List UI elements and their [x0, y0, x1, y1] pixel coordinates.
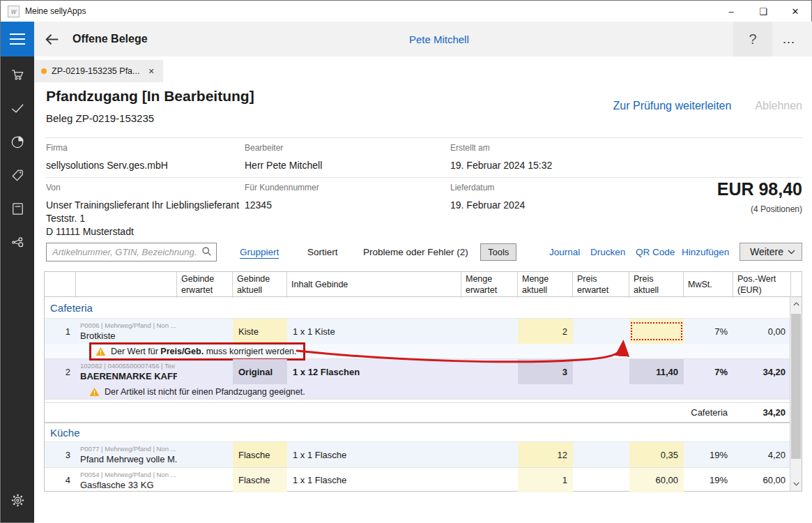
menge-aktuell-cell[interactable]: 12 — [518, 442, 573, 467]
scrollbar-thumb[interactable] — [791, 314, 801, 459]
search-input[interactable] — [46, 243, 217, 262]
document-tab[interactable]: ZP-0219-153235 Pfa... ✕ — [34, 60, 163, 82]
gebinde-aktuell-cell[interactable]: Kiste — [233, 319, 287, 344]
gear-icon[interactable] — [1, 483, 34, 517]
row-number: 4 — [45, 468, 76, 492]
cart-icon[interactable] — [1, 58, 34, 91]
app-window: w Meine sellyApps – ❑ ✕ — [0, 0, 812, 523]
title-bar: w Meine sellyApps – ❑ ✕ — [1, 1, 811, 22]
sidebar — [1, 56, 34, 522]
article-cell: 102082 | 04005500007456 | Tee |... BAERE… — [76, 359, 177, 384]
chevron-down-icon — [788, 250, 795, 255]
sorted-toggle[interactable]: Sortiert — [307, 242, 338, 262]
preis-aktuell-cell[interactable]: 60,00 — [629, 468, 684, 492]
app-logo-icon: w — [8, 6, 20, 17]
subtotal-value: 34,20 — [733, 403, 791, 422]
gebinde-aktuell-cell[interactable]: Flasche — [233, 468, 287, 492]
mwst-cell: 7% — [684, 359, 733, 384]
page-title: Offene Belege — [72, 33, 148, 45]
check-icon[interactable] — [1, 91, 34, 125]
main-area: Offene Belege Pete Mitchell ? … ZP-0219-… — [34, 22, 812, 523]
back-button[interactable] — [34, 31, 69, 48]
menge-aktuell-cell: 3 — [518, 359, 573, 384]
row-number: 1 — [45, 319, 76, 344]
warning-row: Der Artikel ist nicht für einen Pfandzug… — [45, 384, 802, 400]
document-title: Pfandzugang [In Bearbeitung] — [46, 88, 254, 105]
header-more-button[interactable]: … — [775, 22, 803, 56]
article-cell: P0077 | Mehrweg/Pfand | Non ... Pfand Me… — [76, 442, 177, 467]
group-header-cafeteria[interactable]: Cafeteria — [45, 297, 802, 319]
tab-label: ZP-0219-153235 Pfa... — [52, 66, 139, 76]
print-link[interactable]: Drucken — [590, 242, 625, 262]
table-row[interactable]: 1 P0006 | Mehrweg/Pfand | Non ... Brotki… — [45, 319, 802, 344]
document-total: EUR 98,40 (4 Positionen) — [717, 179, 802, 214]
field-lieferdatum: Lieferdatum19. Februar 2024 — [450, 183, 525, 212]
row-number: 2 — [45, 359, 76, 384]
position-count: (4 Positionen) — [717, 204, 802, 214]
forward-for-review-link[interactable]: Zur Prüfung weiterleiten — [613, 100, 732, 112]
toolbar: Gruppiert Sortiert Probleme oder Fehler … — [34, 242, 812, 263]
warning-highlight-box: Der Wert für Preis/Geb. muss korrigiert … — [89, 342, 305, 361]
gebinde-aktuell-cell[interactable]: Flasche — [233, 442, 287, 467]
maximize-button[interactable]: ❑ — [747, 1, 779, 22]
table-row[interactable]: 3 P0077 | Mehrweg/Pfand | Non ... Pfand … — [45, 442, 802, 467]
inhalt-gebinde-cell: 1 x 12 Flaschen — [287, 359, 461, 384]
grouped-toggle[interactable]: Gruppiert — [240, 242, 279, 262]
share-icon[interactable] — [1, 225, 34, 259]
help-button[interactable]: ? — [733, 22, 772, 56]
inhalt-gebinde-cell: 1 x 1 Kiste — [287, 319, 461, 344]
user-link[interactable]: Pete Mitchell — [409, 33, 469, 45]
inhalt-gebinde-cell: 1 x 1 Flasche — [287, 468, 461, 492]
pos-wert-cell: 0,00 — [733, 319, 791, 344]
invalid-value-outline[interactable] — [631, 322, 682, 340]
pos-wert-cell: 34,20 — [733, 359, 791, 384]
menge-aktuell-cell[interactable]: 2 — [518, 319, 573, 344]
total-amount: EUR 98,40 — [717, 179, 802, 199]
pos-wert-cell: 60,00 — [733, 468, 791, 492]
field-firma: Firmasellysolutions Serv.ges.mbH — [46, 143, 168, 172]
tab-close-icon[interactable]: ✕ — [148, 67, 154, 76]
preis-aktuell-cell[interactable]: 0,35 — [629, 442, 684, 467]
table-row[interactable]: 2 102082 | 04005500007456 | Tee |... BAE… — [45, 359, 802, 384]
group-subtotal-row: Cafeteria 34,20 — [45, 402, 802, 423]
field-bearbeiter: BearbeiterHerr Pete Mitchell — [245, 143, 322, 172]
search-box — [46, 242, 217, 262]
search-icon[interactable] — [201, 246, 212, 259]
positions-table: Gebinde erwartet Gebinde aktuell Inhalt … — [44, 271, 802, 492]
tools-button[interactable]: Tools — [480, 243, 516, 261]
minimize-button[interactable]: – — [715, 1, 747, 22]
more-dropdown-button[interactable]: Weitere — [740, 243, 802, 261]
vertical-scrollbar[interactable] — [790, 297, 802, 491]
app-header: Offene Belege Pete Mitchell ? … — [34, 22, 812, 56]
group-header-kueche[interactable]: Küche — [45, 423, 802, 442]
row-number: 3 — [45, 442, 76, 467]
mwst-cell: 19% — [684, 468, 733, 492]
divider — [46, 137, 802, 138]
inhalt-gebinde-cell: 1 x 1 Flasche — [287, 442, 461, 467]
field-kundennummer: Für Kundennummer12345 — [245, 183, 319, 212]
menge-aktuell-cell[interactable]: 1 — [518, 468, 573, 492]
close-button[interactable]: ✕ — [779, 1, 811, 22]
add-link[interactable]: Hinzufügen — [682, 242, 729, 262]
hamburger-menu-button[interactable] — [1, 22, 34, 56]
warning-icon — [95, 347, 106, 356]
field-erstellt-am: Erstellt am19. Februar 2024 15:32 — [450, 143, 552, 172]
article-cell: P0054 | Mehrweg/Pfand | Non ... Gasflasc… — [76, 468, 177, 492]
journal-link[interactable]: Journal — [549, 242, 580, 262]
warning-icon — [89, 387, 100, 397]
table-row[interactable]: 4 P0054 | Mehrweg/Pfand | Non ... Gasfla… — [45, 467, 802, 492]
tag-icon[interactable] — [1, 158, 34, 192]
scroll-up-icon[interactable] — [790, 298, 802, 310]
pie-chart-icon[interactable] — [1, 125, 34, 158]
problems-filter[interactable]: Probleme oder Fehler (2) — [363, 242, 468, 262]
preis-aktuell-cell[interactable] — [629, 319, 684, 344]
gebinde-aktuell-cell: Original — [233, 359, 287, 384]
subtotal-label: Cafeteria — [684, 403, 733, 422]
qr-code-link[interactable]: QR Code — [636, 242, 675, 262]
reject-link: Ablehnen — [755, 100, 802, 112]
scroll-down-icon[interactable] — [790, 478, 802, 490]
book-icon[interactable] — [1, 192, 34, 225]
preis-aktuell-cell: 11,40 — [629, 359, 684, 384]
pos-wert-cell: 4,20 — [733, 442, 791, 467]
table-header-row: Gebinde erwartet Gebinde aktuell Inhalt … — [45, 272, 802, 297]
